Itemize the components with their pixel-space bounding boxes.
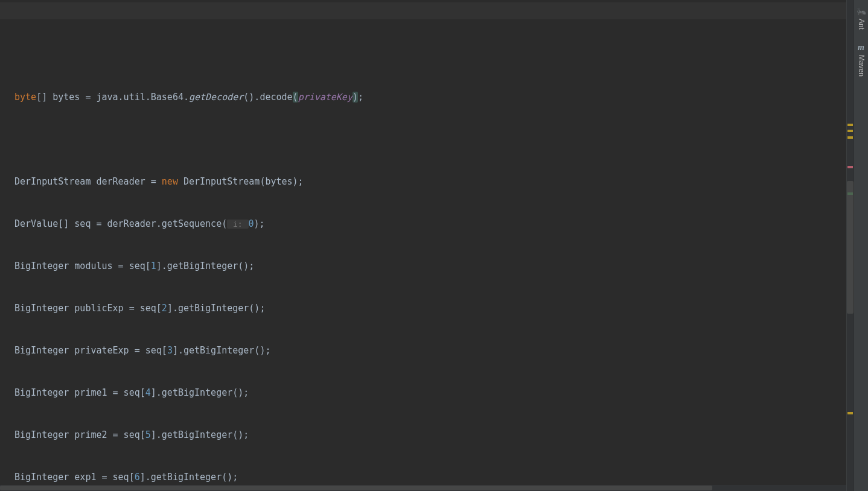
code-line[interactable]: DerValue[] seq = derReader.getSequence( … — [14, 214, 846, 235]
code-line[interactable]: BigInteger privateExp = seq[3].getBigInt… — [14, 340, 846, 361]
code-editor[interactable]: byte[] bytes = java.util.Base64.getDecod… — [0, 0, 846, 491]
code-line[interactable]: BigInteger exp1 = seq[6].getBigInteger()… — [14, 467, 846, 488]
code-line[interactable]: DerInputStream derReader = new DerInputS… — [14, 171, 846, 192]
right-tool-strip: 🐜 Ant m Maven — [854, 0, 868, 491]
code-line[interactable]: BigInteger modulus = seq[1].getBigIntege… — [14, 256, 846, 277]
code-content: byte[] bytes = java.util.Base64.getDecod… — [14, 63, 846, 491]
code-line[interactable]: BigInteger prime1 = seq[4].getBigInteger… — [14, 382, 846, 404]
tool-window-ant[interactable]: 🐜 Ant — [857, 5, 866, 32]
warning-marker[interactable] — [847, 136, 853, 139]
tool-label: Ant — [857, 19, 866, 30]
code-line[interactable]: BigInteger prime2 = seq[5].getBigInteger… — [14, 425, 846, 446]
code-line[interactable]: BigInteger publicExp = seq[2].getBigInte… — [14, 298, 846, 319]
code-line[interactable] — [14, 129, 846, 150]
error-marker[interactable] — [847, 166, 853, 168]
warning-marker[interactable] — [847, 124, 853, 126]
maven-icon: m — [858, 43, 864, 52]
warning-marker[interactable] — [847, 130, 853, 132]
ant-icon: 🐜 — [857, 7, 866, 16]
code-line[interactable]: byte[] bytes = java.util.Base64.getDecod… — [14, 87, 846, 108]
warning-marker[interactable] — [847, 412, 853, 414]
vertical-scrollbar-thumb[interactable] — [847, 181, 854, 314]
tool-window-maven[interactable]: m Maven — [857, 40, 866, 79]
tool-label: Maven — [857, 55, 866, 77]
current-line-highlight — [0, 2, 846, 19]
